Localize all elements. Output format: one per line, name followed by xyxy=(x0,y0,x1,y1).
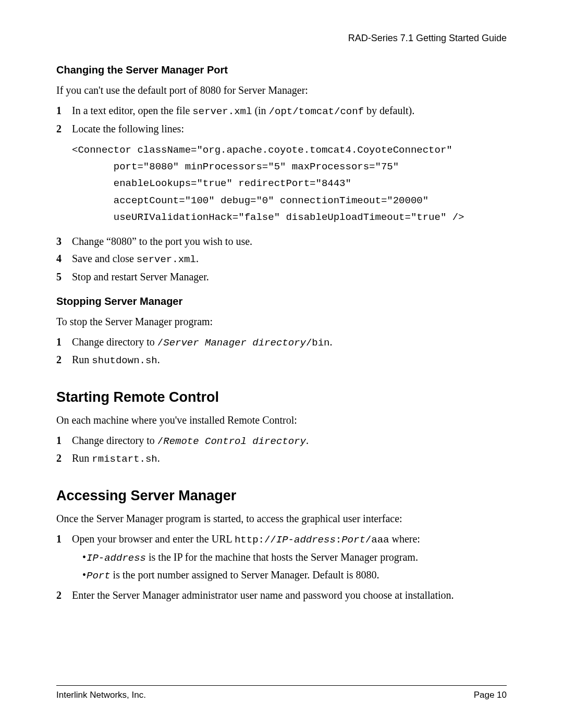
step-body: Run shutdown.sh. xyxy=(72,352,507,368)
step-body: Save and close server.xml. xyxy=(72,251,507,267)
bullet-body: IP-address is the IP for the machine tha… xyxy=(87,550,507,566)
code: shutdown.sh xyxy=(92,355,157,366)
text: . xyxy=(157,354,160,365)
code: / xyxy=(157,436,163,447)
heading-start-remote: Starting Remote Control xyxy=(56,387,507,408)
bullet-item: • IP-address is the IP for the machine t… xyxy=(72,550,507,566)
text: Open your browser and enter the URL xyxy=(72,533,235,545)
code-ital: IP-address xyxy=(87,552,146,564)
code: /aaa xyxy=(365,534,389,546)
code-block-connector: <Connector className="org.apache.coyote.… xyxy=(72,142,507,226)
step-body: Change “8080” to the port you wish to us… xyxy=(72,234,507,249)
step-2: 2 Locate the following lines: xyxy=(56,121,507,137)
step-1: 1 In a text editor, open the file server… xyxy=(56,103,507,119)
step-body: Change directory to /Server Manager dire… xyxy=(72,335,507,351)
step-number: 1 xyxy=(56,335,72,350)
step-number: 3 xyxy=(56,234,72,249)
step-body: In a text editor, open the file server.x… xyxy=(72,103,507,119)
para-stop-intro: To stop the Server Manager program: xyxy=(56,314,507,329)
step-body: Open your browser and enter the URL http… xyxy=(72,532,507,586)
text: Save and close xyxy=(72,253,137,264)
heading-access-sm: Accessing Server Manager xyxy=(56,486,507,506)
step-body: Change directory to /Remote Control dire… xyxy=(72,433,507,449)
step-4: 4 Save and close server.xml. xyxy=(56,251,507,267)
step-2: 2 Run rmistart.sh. xyxy=(56,451,507,467)
text: (in xyxy=(252,105,268,116)
step-number: 2 xyxy=(56,121,72,137)
code: /opt/tomcat/conf xyxy=(269,106,364,117)
text: In a text editor, open the file xyxy=(72,105,192,116)
code: : xyxy=(336,534,341,546)
page-footer: Interlink Networks, Inc. Page 10 xyxy=(56,685,507,702)
text: is the IP for the machine that hosts the… xyxy=(146,551,418,563)
code-ital: Remote Control directory xyxy=(163,436,306,447)
step-number: 2 xyxy=(56,352,72,367)
step-number: 1 xyxy=(56,532,72,547)
footer-company: Interlink Networks, Inc. xyxy=(56,689,146,702)
text: where: xyxy=(389,533,420,545)
para-change-port-intro: If you can't use the default port of 808… xyxy=(56,83,507,98)
footer-rule xyxy=(56,685,507,686)
text: . xyxy=(306,435,309,446)
step-body: Locate the following lines: xyxy=(72,121,507,137)
text: is the port number assigned to Server Ma… xyxy=(111,569,380,581)
step-2: 2 Run shutdown.sh. xyxy=(56,352,507,368)
bullet-list: • IP-address is the IP for the machine t… xyxy=(72,550,507,584)
step-1: 1 Change directory to /Server Manager di… xyxy=(56,335,507,351)
bullet-dot: • xyxy=(72,567,87,583)
step-number: 4 xyxy=(56,251,72,266)
para-remote-intro: On each machine where you've installed R… xyxy=(56,413,507,428)
text: Change directory to xyxy=(72,336,157,348)
code: rmistart.sh xyxy=(92,453,157,465)
step-body: Run rmistart.sh. xyxy=(72,451,507,467)
steps-change-port-cont: 3 Change “8080” to the port you wish to … xyxy=(56,234,507,285)
step-1: 1 Open your browser and enter the URL ht… xyxy=(56,532,507,586)
code-ital: IP-address xyxy=(276,534,336,546)
code: /bin xyxy=(306,337,330,349)
text: Run xyxy=(72,452,92,464)
step-body: Stop and restart Server Manager. xyxy=(72,269,507,285)
step-number: 1 xyxy=(56,433,72,448)
footer-row: Interlink Networks, Inc. Page 10 xyxy=(56,689,507,702)
text: Change directory to xyxy=(72,435,157,446)
steps-change-port: 1 In a text editor, open the file server… xyxy=(56,103,507,137)
steps-access-sm: 1 Open your browser and enter the URL ht… xyxy=(56,532,507,603)
para-access-intro: Once the Server Manager program is start… xyxy=(56,511,507,526)
step-3: 3 Change “8080” to the port you wish to … xyxy=(56,234,507,249)
text: by default). xyxy=(364,105,414,116)
code: / xyxy=(157,337,163,349)
code-ital: Server Manager directory xyxy=(163,337,306,349)
bullet-body: Port is the port number assigned to Serv… xyxy=(87,567,507,584)
code-ital: Port xyxy=(341,534,365,546)
steps-stop-sm: 1 Change directory to /Server Manager di… xyxy=(56,335,507,368)
step-1: 1 Change directory to /Remote Control di… xyxy=(56,433,507,449)
step-number: 2 xyxy=(56,451,72,466)
footer-page-number: Page 10 xyxy=(474,689,507,702)
text: Run xyxy=(72,354,92,365)
step-body: Enter the Server Manager administrator u… xyxy=(72,588,507,603)
code: http:// xyxy=(235,534,276,546)
steps-start-remote: 1 Change directory to /Remote Control di… xyxy=(56,433,507,467)
step-number: 2 xyxy=(56,588,72,603)
text: . xyxy=(330,336,333,348)
running-header: RAD-Series 7.1 Getting Started Guide xyxy=(56,31,507,45)
step-number: 5 xyxy=(56,269,72,285)
subheading-stop-sm: Stopping Server Manager xyxy=(56,294,507,309)
bullet-dot: • xyxy=(72,550,87,565)
code: server.xml xyxy=(137,254,196,265)
step-number: 1 xyxy=(56,103,72,118)
code: server.xml xyxy=(192,106,252,117)
bullet-item: • Port is the port number assigned to Se… xyxy=(72,567,507,584)
step-5: 5 Stop and restart Server Manager. xyxy=(56,269,507,285)
text: . xyxy=(196,253,199,264)
text: . xyxy=(157,452,160,464)
step-2: 2 Enter the Server Manager administrator… xyxy=(56,588,507,603)
document-page: RAD-Series 7.1 Getting Started Guide Cha… xyxy=(0,0,563,728)
code-ital: Port xyxy=(87,570,111,582)
subheading-change-port: Changing the Server Manager Port xyxy=(56,63,507,78)
